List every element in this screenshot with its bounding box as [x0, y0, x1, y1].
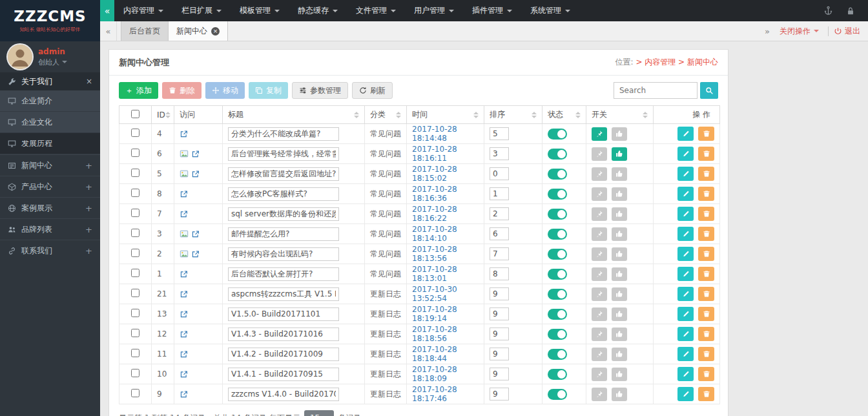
external-link-icon[interactable] — [180, 330, 188, 338]
time-link[interactable]: 2017-10-28 18:13:56 — [412, 245, 457, 263]
thumbs-up-button[interactable] — [612, 267, 627, 281]
edit-button[interactable] — [677, 307, 694, 321]
order-input[interactable] — [490, 187, 509, 200]
close-operations-dropdown[interactable]: 关闭操作 — [776, 26, 823, 37]
edit-button[interactable] — [677, 127, 694, 141]
move-button[interactable]: 移动 — [205, 82, 245, 99]
title-input[interactable] — [228, 328, 339, 341]
pin-top-button[interactable] — [592, 167, 607, 181]
thumbs-up-button[interactable] — [612, 147, 627, 161]
anchor-icon[interactable] — [823, 6, 833, 16]
status-toggle[interactable] — [548, 169, 567, 180]
time-link[interactable]: 2017-10-28 18:17:46 — [412, 385, 457, 403]
user-role-dropdown[interactable]: 创始人 — [38, 57, 67, 67]
column-header-switch[interactable]: 开关 — [586, 106, 654, 124]
edit-button[interactable] — [677, 207, 694, 221]
sidebar-item-product-center[interactable]: 产品中心 + — [0, 176, 100, 197]
pin-top-button[interactable] — [592, 287, 607, 301]
sidebar-item-company-profile[interactable]: 企业简介 — [0, 90, 100, 112]
status-toggle[interactable] — [548, 249, 567, 260]
select-all-checkbox[interactable] — [131, 110, 140, 118]
logout-button[interactable]: 退出 — [834, 26, 860, 37]
status-toggle[interactable] — [548, 389, 567, 400]
order-input[interactable] — [490, 227, 509, 240]
status-toggle[interactable] — [548, 229, 567, 240]
delete-button[interactable] — [698, 287, 714, 301]
external-link-icon[interactable] — [180, 370, 188, 379]
delete-button[interactable] — [698, 207, 714, 221]
row-checkbox[interactable] — [131, 289, 140, 297]
tab-home[interactable]: 后台首页 — [121, 21, 169, 41]
order-input[interactable] — [490, 247, 509, 260]
nav-menu-system[interactable]: 系统管理 — [521, 0, 579, 21]
sidebar-item-brand-list[interactable]: 品牌列表 + — [0, 218, 100, 240]
time-link[interactable]: 2017-10-28 18:15:02 — [412, 165, 457, 183]
delete-button[interactable] — [698, 167, 714, 181]
thumbs-up-button[interactable] — [612, 287, 627, 301]
status-toggle[interactable] — [548, 349, 567, 360]
tab-close-icon[interactable]: × — [211, 27, 220, 36]
order-input[interactable] — [490, 267, 509, 280]
delete-button[interactable] — [698, 347, 714, 361]
thumbs-up-button[interactable] — [612, 388, 627, 401]
pin-top-button[interactable] — [592, 368, 607, 381]
avatar[interactable] — [8, 45, 32, 69]
sidebar-item-company-culture[interactable]: 企业文化 — [0, 112, 100, 133]
row-checkbox[interactable] — [131, 329, 140, 337]
order-input[interactable] — [490, 167, 509, 180]
pin-top-button[interactable] — [592, 127, 607, 141]
breadcrumb-link-news[interactable]: 新闻中心 — [687, 57, 718, 67]
external-link-icon[interactable] — [180, 290, 188, 298]
column-header-id[interactable]: ID — [152, 106, 174, 124]
edit-button[interactable] — [677, 147, 694, 161]
pin-top-button[interactable] — [592, 348, 607, 361]
delete-button[interactable] — [698, 267, 714, 281]
thumbs-up-button[interactable] — [612, 328, 627, 341]
external-link-icon[interactable] — [191, 170, 200, 178]
order-input[interactable] — [490, 388, 509, 400]
nav-menu-plugins[interactable]: 插件管理 — [463, 0, 521, 21]
column-header-category[interactable]: 分类 — [365, 106, 407, 124]
search-input[interactable] — [614, 82, 698, 99]
time-link[interactable]: 2017-10-28 18:18:56 — [412, 325, 457, 343]
external-link-icon[interactable] — [191, 250, 200, 258]
pin-top-button[interactable] — [592, 227, 607, 241]
pin-top-button[interactable] — [592, 307, 607, 321]
delete-button[interactable] — [698, 187, 714, 201]
row-checkbox[interactable] — [131, 389, 140, 397]
order-input[interactable] — [490, 207, 509, 220]
collapse-section-icon[interactable]: × — [86, 77, 92, 86]
row-checkbox[interactable] — [131, 229, 140, 237]
row-checkbox[interactable] — [131, 269, 140, 277]
thumbs-up-button[interactable] — [612, 167, 627, 181]
edit-button[interactable] — [677, 187, 694, 201]
external-link-icon[interactable] — [191, 230, 200, 238]
delete-button[interactable] — [698, 247, 714, 261]
title-input[interactable] — [228, 307, 339, 321]
order-input[interactable] — [490, 368, 509, 380]
sidebar-item-case-showcase[interactable]: 案例展示 + — [0, 197, 100, 218]
thumbs-up-button[interactable] — [612, 348, 627, 361]
breadcrumb-link-content[interactable]: 内容管理 — [645, 57, 676, 67]
external-link-icon[interactable] — [180, 270, 188, 278]
row-checkbox[interactable] — [131, 369, 140, 377]
thumbs-up-button[interactable] — [612, 368, 627, 381]
row-checkbox[interactable] — [131, 149, 140, 157]
order-input[interactable] — [490, 348, 509, 360]
title-input[interactable] — [228, 187, 339, 201]
external-link-icon[interactable] — [180, 130, 188, 138]
time-link[interactable]: 2017-10-30 13:52:54 — [412, 285, 457, 303]
title-input[interactable] — [228, 368, 339, 381]
expand-plus-icon[interactable]: + — [85, 203, 92, 213]
title-input[interactable] — [228, 388, 339, 401]
tab-news-center[interactable]: 新闻中心 × — [169, 21, 228, 41]
delete-button[interactable] — [698, 327, 714, 341]
status-toggle[interactable] — [548, 369, 567, 380]
status-toggle[interactable] — [548, 269, 567, 280]
thumbs-up-button[interactable] — [612, 307, 627, 321]
sidebar-item-development-history[interactable]: 发展历程 — [0, 133, 100, 154]
time-link[interactable]: 2017-10-28 18:13:01 — [412, 265, 457, 283]
external-link-icon[interactable] — [180, 310, 188, 318]
expand-plus-icon[interactable]: + — [85, 225, 92, 234]
edit-button[interactable] — [677, 367, 694, 381]
